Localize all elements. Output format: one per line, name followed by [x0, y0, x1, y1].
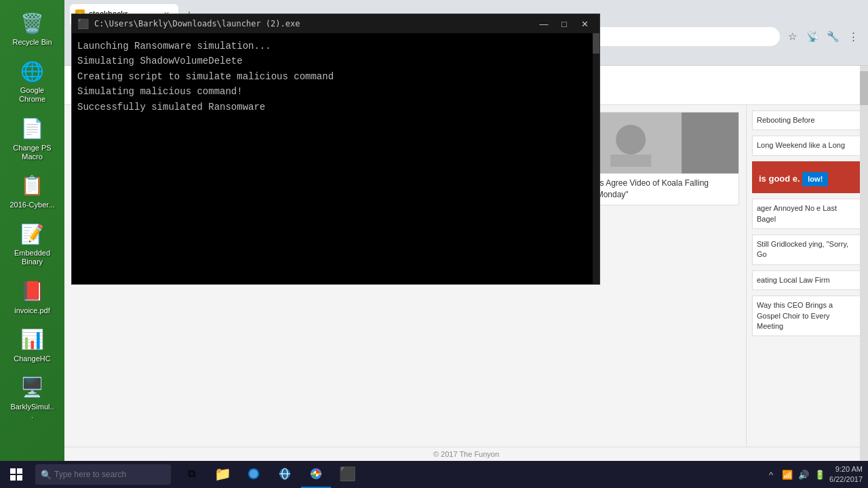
- tray-time-text: 9:20 AM: [829, 464, 863, 474]
- tray-network-icon[interactable]: 📶: [781, 468, 794, 481]
- svg-rect-9: [10, 468, 16, 474]
- svg-rect-12: [17, 475, 22, 481]
- chrome-taskbar[interactable]: [301, 461, 331, 488]
- sidebar-item: ager Annoyed No e Last Bagel: [752, 199, 863, 229]
- cmd-titlebar: ⬛ C:\Users\Barkly\Downloads\launcher (2)…: [72, 14, 599, 33]
- desktop-icon-recycle-bin[interactable]: 🗑️ Recycle Bin: [7, 7, 58, 49]
- desktop-icon-label: Recycle Bin: [12, 38, 52, 47]
- desktop-icon-pdf-2016[interactable]: 📋 2016-Cyber...: [7, 169, 58, 212]
- menu-icon[interactable]: ⋮: [844, 27, 863, 46]
- svg-rect-10: [17, 468, 22, 474]
- tray-clock[interactable]: 9:20 AM 6/22/2017: [829, 464, 863, 485]
- desktop-icon-label: 2016-Cyber...: [9, 201, 54, 209]
- page-scrollbar[interactable]: [860, 105, 868, 447]
- desktop-icon-barkly-simul[interactable]: 🖥️ BarklySimul...: [7, 371, 58, 423]
- svg-point-7: [616, 125, 646, 155]
- taskbar-search[interactable]: 🔍: [35, 464, 171, 485]
- sidebar-item: Long Weekend like a Long: [752, 136, 863, 155]
- tray-battery-icon[interactable]: 🔋: [813, 468, 827, 481]
- desktop-icon-image: 📝: [19, 220, 46, 247]
- bookmark-star-icon[interactable]: ☆: [783, 27, 802, 46]
- taskbar-tray: ^ 📶 🔊 🔋 9:20 AM 6/22/2017: [759, 464, 868, 485]
- cmd-maximize-button[interactable]: □: [555, 16, 574, 32]
- tray-chevron-icon[interactable]: ^: [764, 468, 778, 481]
- desktop-icon-google-chrome[interactable]: 🌐 Google Chrome: [7, 55, 58, 106]
- powershell-taskbar[interactable]: ⬛: [332, 461, 362, 488]
- desktop-icon-image: 🌐: [19, 58, 46, 85]
- sidebar-item: Rebooting Before: [752, 110, 863, 130]
- ie-taskbar[interactable]: [270, 461, 300, 488]
- footer-text: © 2017 The Funyon: [433, 450, 499, 458]
- svg-rect-8: [610, 155, 651, 167]
- nav-right-icons: ☆ 📡 🔧 ⋮: [783, 27, 863, 46]
- desktop-icon-image: 🖥️: [19, 374, 46, 401]
- desktop-icon-image: 📕: [19, 278, 46, 305]
- cmd-controls: — □ ✕: [534, 16, 594, 32]
- cmd-scrollbar[interactable]: [593, 33, 599, 284]
- cmd-output: Launching Ransomware simulation... Simul…: [77, 39, 594, 115]
- cmd-window: ⬛ C:\Users\Barkly\Downloads\launcher (2)…: [71, 14, 600, 285]
- taskbar-app-icons: ⧉ 📁: [176, 461, 362, 488]
- desktop-icon-image: 📊: [19, 326, 46, 353]
- search-input[interactable]: [54, 470, 165, 479]
- desktop-icon-image: 📋: [19, 172, 46, 199]
- cmd-minimize-button[interactable]: —: [534, 16, 553, 32]
- ad-button[interactable]: low!: [802, 172, 828, 186]
- page-footer: © 2017 The Funyon: [64, 447, 868, 461]
- extensions-icon[interactable]: 🔧: [823, 27, 842, 46]
- desktop-icon-label: invoice.pdf: [14, 306, 50, 315]
- desktop-icon-invoice-pdf[interactable]: 📕 invoice.pdf: [7, 275, 58, 318]
- sidebar-item: Still Gridlocked ying, "Sorry, Go: [752, 235, 863, 265]
- browser-window: S stackhackr ✕ + ← → ↻ 🔒 https://stackha…: [64, 0, 868, 461]
- start-button[interactable]: [0, 461, 33, 488]
- desktop-icon-label: Change PS Macro: [9, 144, 55, 161]
- sidebar-ad: is good e. low!: [752, 161, 863, 193]
- sidebar-item: Way this CEO Brings a Gospel Choir to Ev…: [752, 296, 863, 336]
- desktop-icon-embedded-binary[interactable]: 📝 Embedded Binary: [7, 218, 58, 269]
- desktop-icon-label: ChangeHC: [14, 354, 50, 363]
- edge-taskbar[interactable]: [239, 461, 269, 488]
- cmd-body: Launching Ransomware simulation... Simul…: [72, 33, 599, 284]
- cmd-close-button[interactable]: ✕: [575, 16, 594, 32]
- file-explorer-taskbar[interactable]: 📁: [208, 461, 237, 488]
- cast-icon[interactable]: 📡: [803, 27, 822, 46]
- desktop-icon-word-macro[interactable]: 📄 Change PS Macro: [7, 113, 58, 164]
- right-sidebar: Rebooting Before Long Weekend like a Lon…: [746, 105, 868, 447]
- desktop-icon-label: Google Chrome: [9, 86, 55, 104]
- desktop-icon-label: Embedded Binary: [9, 249, 55, 266]
- cmd-window-icon: ⬛: [77, 18, 89, 29]
- desktop: 🗑️ Recycle Bin 🌐 Google Chrome 📄 Change …: [0, 0, 868, 488]
- desktop-icons: 🗑️ Recycle Bin 🌐 Google Chrome 📄 Change …: [7, 7, 58, 423]
- desktop-icon-change-hc[interactable]: 📊 ChangeHC: [7, 323, 58, 366]
- desktop-icon-image: 🗑️: [19, 9, 46, 37]
- taskbar: 🔍 ⧉ 📁: [0, 461, 868, 488]
- desktop-icon-image: 📄: [19, 115, 46, 142]
- sidebar-item: eating Local Law Firm: [752, 270, 863, 290]
- tray-volume-icon[interactable]: 🔊: [797, 468, 810, 481]
- desktop-icon-label: BarklySimul...: [9, 403, 55, 420]
- task-view-button[interactable]: ⧉: [176, 461, 206, 488]
- svg-rect-11: [10, 475, 16, 481]
- search-icon: 🔍: [41, 470, 52, 480]
- tray-date-text: 6/22/2017: [829, 474, 863, 485]
- cmd-scrollbar-thumb: [593, 33, 599, 54]
- cmd-window-title: C:\Users\Barkly\Downloads\launcher (2).e…: [94, 19, 529, 28]
